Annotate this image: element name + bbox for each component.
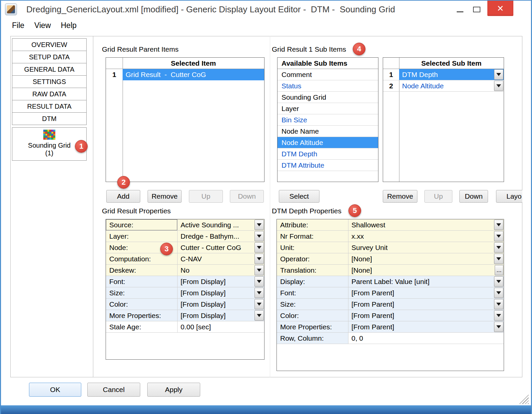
property-value-combo[interactable]: [From Parent] [348, 321, 504, 332]
property-value-field[interactable]: 0, 0 [348, 333, 504, 344]
close-icon: ✕ [497, 4, 504, 13]
property-label: Unit: [277, 242, 348, 253]
property-label: Size: [106, 287, 178, 298]
dropdown-arrow-icon[interactable] [255, 299, 264, 309]
property-value-field[interactable]: 0.00 [sec] [178, 321, 264, 332]
dropdown-arrow-icon[interactable] [494, 254, 503, 264]
dropdown-arrow-icon[interactable] [255, 242, 264, 253]
down-button[interactable]: Down [230, 190, 264, 203]
ellipsis-button[interactable]: ... [495, 265, 503, 275]
dropdown-arrow-icon[interactable] [255, 265, 264, 275]
property-value-combo[interactable]: [From Display] [178, 299, 264, 310]
close-button[interactable]: ✕ [487, 1, 513, 16]
dropdown-arrow-icon[interactable] [494, 220, 503, 230]
property-row-source: Source: Active Sounding ... [106, 219, 264, 231]
property-label: Stale Age: [106, 321, 178, 332]
list-item-dtm-attribute[interactable]: DTM Attribute [277, 160, 378, 171]
dropdown-arrow-icon[interactable] [494, 81, 503, 91]
property-label: Translation: [277, 265, 348, 276]
property-value-combo[interactable]: [From Display] [178, 276, 264, 287]
list-item-layer[interactable]: Layer [277, 103, 378, 114]
sub-down-button[interactable]: Down [459, 190, 488, 203]
sidebar-item-setup-data[interactable]: SETUP DATA [12, 51, 87, 63]
menu-view[interactable]: View [29, 18, 56, 32]
apply-button[interactable]: Apply [147, 383, 200, 397]
row-value-combo[interactable]: Node Altitude [399, 80, 504, 91]
layout-button[interactable]: Layo [496, 190, 522, 203]
window-title: Dredging_GenericLayout.xml [modified] - … [26, 1, 395, 18]
up-button[interactable]: Up [189, 190, 223, 203]
list-item-sounding-grid[interactable]: Sounding Grid [277, 92, 378, 103]
cancel-button[interactable]: Cancel [87, 383, 140, 397]
list-item-status[interactable]: Status [277, 80, 378, 92]
property-row-translation: Translation: [None]... [277, 265, 504, 276]
property-value-combo[interactable]: [None] [348, 253, 504, 264]
property-value-combo[interactable]: C-NAV [178, 253, 264, 264]
dropdown-arrow-icon[interactable] [255, 254, 264, 264]
property-value-combo[interactable]: x.xx [348, 231, 504, 242]
app-icon [5, 3, 17, 15]
sub-remove-button[interactable]: Remove [383, 190, 417, 203]
step-badge-1: 1 [75, 140, 88, 153]
dropdown-arrow-icon[interactable] [494, 242, 503, 253]
select-button[interactable]: Select [279, 190, 319, 203]
maximize-button[interactable] [469, 3, 484, 16]
dropdown-arrow-icon[interactable] [255, 220, 264, 230]
add-button[interactable]: Add [106, 190, 140, 203]
property-value-combo[interactable]: [From Parent] [348, 310, 504, 321]
property-value-field[interactable]: [None]... [348, 265, 504, 276]
dropdown-arrow-icon[interactable] [255, 310, 264, 321]
property-value-combo[interactable]: Survey Unit [348, 242, 504, 253]
property-value-combo[interactable]: [From Parent] [348, 287, 504, 298]
dropdown-arrow-icon[interactable] [494, 322, 503, 332]
table-row[interactable]: 2 Node Altitude [383, 80, 504, 92]
table-row[interactable]: 1 Grid Result - Cutter CoG [106, 69, 264, 80]
list-item-comment[interactable]: Comment [277, 69, 378, 80]
remove-button[interactable]: Remove [148, 190, 182, 203]
dropdown-arrow-icon[interactable] [255, 276, 264, 287]
minimize-button[interactable] [453, 3, 467, 16]
header-label-cell: Selected Sub Item [399, 58, 504, 69]
property-label: Attribute: [277, 219, 348, 230]
menu-help[interactable]: Help [56, 18, 82, 32]
dropdown-arrow-icon[interactable] [494, 310, 503, 321]
property-value-combo[interactable]: [From Display] [178, 310, 264, 321]
property-value-combo[interactable]: Cutter - Cutter CoG [178, 242, 264, 253]
panel-divider [270, 36, 270, 377]
property-row-size: Size: [From Parent] [277, 299, 504, 310]
property-value-combo[interactable]: No [178, 265, 264, 276]
property-value-combo[interactable]: Parent Label: Value [unit] [348, 276, 504, 287]
menu-file[interactable]: File [7, 18, 29, 32]
dropdown-arrow-icon[interactable] [494, 276, 503, 287]
property-value-combo[interactable]: Dredge - Bathym... [178, 231, 264, 242]
property-label: Display: [277, 276, 348, 287]
sidebar-item-overview[interactable]: OVERVIEW [12, 38, 87, 51]
sidebar-item-general-data[interactable]: GENERAL DATA [12, 63, 87, 76]
list-item-node-altitude[interactable]: Node Altitude [277, 137, 378, 148]
property-value-combo[interactable]: [From Display] [178, 287, 264, 298]
property-row-row-column: Row, Column: 0, 0 [277, 333, 504, 344]
list-item-node-name[interactable]: Node Name [277, 126, 378, 137]
parent-properties-grid: Source: Active Sounding ... Layer: Dredg… [106, 219, 265, 360]
sidebar-item-dtm[interactable]: DTM [12, 112, 87, 125]
property-value-combo[interactable]: [From Parent] [348, 299, 504, 310]
dropdown-arrow-icon[interactable] [255, 231, 264, 241]
row-value-combo[interactable]: DTM Depth [399, 69, 504, 80]
table-row[interactable]: 1 DTM Depth [383, 69, 504, 80]
dropdown-arrow-icon[interactable] [494, 69, 503, 80]
property-value-combo[interactable]: Active Sounding ... [178, 219, 264, 230]
sub-up-button[interactable]: Up [424, 190, 452, 203]
list-item-bin-size[interactable]: Bin Size [277, 114, 378, 126]
list-item-dtm-depth[interactable]: DTM Depth [277, 148, 378, 160]
sidebar-item-raw-data[interactable]: RAW DATA [12, 88, 87, 100]
resize-grip[interactable] [519, 394, 529, 404]
sidebar-item-settings[interactable]: SETTINGS [12, 75, 87, 88]
dropdown-arrow-icon[interactable] [255, 288, 264, 298]
dropdown-arrow-icon[interactable] [494, 231, 503, 241]
dropdown-arrow-icon[interactable] [494, 288, 503, 298]
property-value-combo[interactable]: Shallowest [348, 219, 504, 230]
sidebar-item-result-data[interactable]: RESULT DATA [12, 100, 87, 113]
property-row-attribute: Attribute: Shallowest [277, 219, 504, 231]
ok-button[interactable]: OK [29, 383, 81, 397]
dropdown-arrow-icon[interactable] [494, 299, 503, 309]
